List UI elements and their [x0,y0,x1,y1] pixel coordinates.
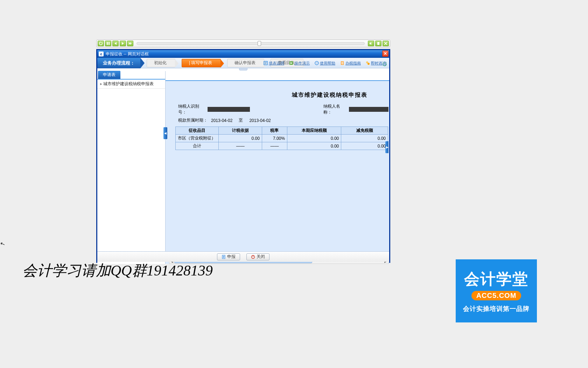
svg-rect-2 [377,42,379,45]
svg-point-10 [368,63,370,65]
splitter-left[interactable]: ◀ [163,127,167,139]
overlay-brand: 会计学堂 ACC5.COM 会计实操培训第一品牌 [456,259,537,322]
collapse-handle-top[interactable] [97,68,389,71]
tab-application-form[interactable]: 申请表 [98,71,120,79]
form-canvas: 城市维护建设税纳税申报表 纳税人识别号： 纳税人名称： 税款所属时期： 2013… [169,82,388,258]
period-to: 2013-04-02 [249,118,271,123]
titlebar: e 申报征收 -- 网页对话框 ✕ [97,50,389,58]
declare-button[interactable]: 申报 [217,253,240,260]
pause-icon[interactable] [105,41,111,46]
form-title: 城市维护建设税纳税申报表 [271,91,388,99]
period-from: 2013-04-02 [211,118,232,123]
close-icon[interactable]: ✕ [382,50,388,57]
link-fill-instructions[interactable]: 填表说明 [264,61,284,66]
link-demo[interactable]: 操作演示 [289,61,310,66]
brand-sub: 会计实操培训第一品牌 [463,305,530,313]
help-links: 填表说明 操作演示 ?使用帮助 办税指南 即时咨询 [264,58,386,68]
value-taxpayer-id [208,107,250,112]
book-icon [340,61,344,65]
brand-title: 会计学堂 [464,269,528,289]
doc-icon [222,255,226,259]
flow-label: 业务办理流程： [97,58,140,68]
refresh-icon[interactable] [382,62,387,67]
main-area: 城市维护建设税纳税申报表 纳税人识别号： 纳税人名称： 税款所属时期： 2013… [166,71,389,264]
table-total-row: 合计 —— —— 0.00 0.00 [176,142,388,150]
label-period: 税款所属时期： [178,117,208,123]
splitter-right[interactable]: ▶ [385,141,388,153]
help-icon: ? [315,61,319,65]
svg-rect-0 [107,42,108,45]
link-guide[interactable]: 办税指南 [340,61,361,66]
next-icon[interactable] [120,41,126,46]
sidebar: 申请表 城市维护建设税纳税申报表 [97,71,166,264]
progress-track[interactable] [136,42,365,45]
bottom-bar: 申报 关闭 [97,251,389,262]
window-close-icon[interactable] [383,41,389,46]
window-title: 申报征收 -- 网页对话框 [106,51,149,57]
label-taxpayer-name: 纳税人名称： [323,103,347,115]
volume-icon[interactable] [368,41,374,46]
tree-item-city-tax[interactable]: 城市维护建设税纳税申报表 [97,80,165,89]
tax-table: 征收品目 计税依据 税率 本期应纳税额 减免税额 市区（营业税附征） 0.00 … [175,127,388,150]
label-to: 至 [239,117,243,123]
flow-toolbar: 业务办理流程： 初始化 | 填写申报表 确认申报表 查看回执 填表说明 操作演示… [97,58,389,68]
svg-rect-1 [108,42,110,45]
cursor-icon: ↖ [0,240,6,247]
app-window: e 申报征收 -- 网页对话框 ✕ 业务办理流程： 初始化 | 填写申报表 确认… [96,49,390,263]
reload-icon[interactable] [98,41,104,46]
progress-thumb[interactable] [258,41,261,46]
play-icon [289,61,293,65]
step-init[interactable]: 初始化 [147,59,175,67]
fast-forward-icon[interactable] [127,41,133,46]
chat-icon [366,61,370,65]
overlay-calligraphy: 会计学习请加QQ群191428139 [22,261,213,280]
prev-icon[interactable] [112,41,119,46]
player-bar [96,40,390,47]
close-button[interactable]: 关闭 [246,253,270,260]
brand-url: ACC5.COM [471,291,522,300]
ie-icon: e [99,52,104,56]
power-icon [251,255,255,259]
link-help[interactable]: ?使用帮助 [315,61,335,66]
svg-text:?: ? [316,62,318,65]
step-fill[interactable]: | 填写申报表 [182,59,221,67]
table-header-row: 征收品目 计税依据 税率 本期应纳税额 减免税额 [176,127,388,135]
value-taxpayer-name [349,107,388,112]
label-taxpayer-id: 纳税人识别号： [178,103,205,115]
document-icon[interactable] [375,41,382,46]
step-confirm[interactable]: 确认申报表 [227,59,264,67]
table-row: 市区（营业税附征） 0.00 7.00% 0.00 0.00 [176,135,388,142]
form-icon [264,61,268,65]
svg-rect-8 [341,62,343,64]
